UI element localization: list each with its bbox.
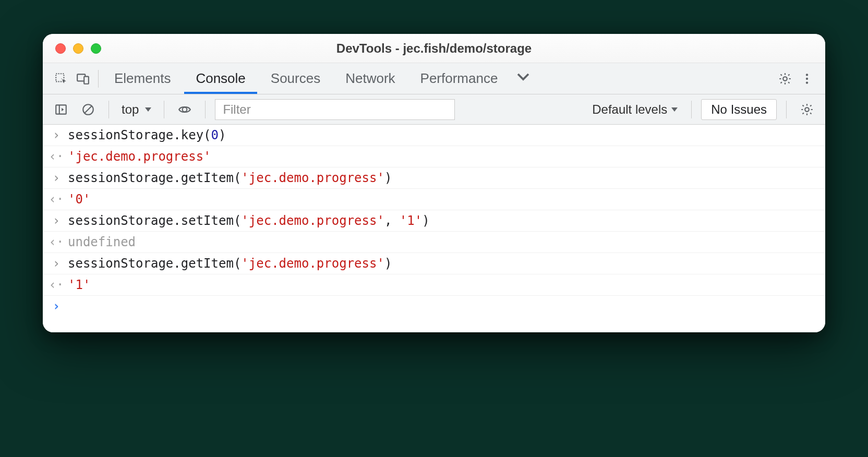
divider	[98, 70, 99, 88]
clear-console-icon[interactable]	[77, 99, 99, 121]
svg-point-4	[806, 74, 808, 76]
input-marker-icon: ›	[51, 171, 62, 185]
output-marker-icon: ‹·	[51, 278, 62, 292]
console-row: ›sessionStorage.getItem('jec.demo.progre…	[43, 167, 825, 189]
svg-point-3	[783, 77, 787, 81]
titlebar: DevTools - jec.fish/demo/storage	[43, 34, 825, 63]
svg-rect-2	[84, 76, 89, 83]
input-marker-icon: ›	[51, 128, 62, 142]
window-title: DevTools - jec.fish/demo/storage	[43, 41, 825, 56]
console-line-content[interactable]: 'jec.demo.progress'	[68, 149, 817, 164]
device-toolbar-icon[interactable]	[72, 68, 94, 90]
tab-sources[interactable]: Sources	[259, 63, 332, 94]
zoom-window-button[interactable]	[91, 43, 101, 54]
more-tabs-button[interactable]	[511, 69, 535, 88]
prompt-marker-icon: ›	[51, 299, 62, 314]
console-row: ‹·'1'	[43, 274, 825, 296]
output-marker-icon: ‹·	[51, 149, 62, 164]
output-marker-icon: ‹·	[51, 235, 62, 249]
console-line-content[interactable]: '1'	[68, 278, 817, 292]
context-selector[interactable]: top	[118, 102, 154, 117]
context-label: top	[122, 102, 139, 117]
dropdown-icon	[145, 107, 151, 112]
devtools-window: DevTools - jec.fish/demo/storage Element…	[43, 34, 825, 332]
divider	[164, 101, 164, 118]
svg-point-11	[183, 107, 187, 112]
console-line-content[interactable]: sessionStorage.getItem('jec.demo.progres…	[68, 256, 817, 271]
tab-console[interactable]: Console	[184, 63, 257, 94]
console-row: ›sessionStorage.getItem('jec.demo.progre…	[43, 253, 825, 274]
log-levels-selector[interactable]: Default levels	[588, 102, 682, 117]
console-line-content[interactable]: sessionStorage.getItem('jec.demo.progres…	[68, 171, 817, 185]
console-toolbar: top Default levels No Issues	[43, 94, 825, 125]
log-levels-label: Default levels	[592, 102, 667, 117]
console-row: ›sessionStorage.key(0)	[43, 125, 825, 146]
divider	[108, 101, 109, 118]
svg-point-12	[805, 107, 809, 112]
tab-group: Elements Console Sources Network Perform…	[103, 63, 535, 94]
minimize-window-button[interactable]	[73, 43, 83, 54]
tab-elements[interactable]: Elements	[103, 63, 182, 94]
console-row: ‹·'0'	[43, 189, 825, 210]
console-row: ›sessionStorage.setItem('jec.demo.progre…	[43, 210, 825, 232]
divider	[786, 101, 787, 118]
svg-point-6	[806, 81, 808, 83]
window-controls	[55, 43, 101, 54]
console-row: ‹·'jec.demo.progress'	[43, 146, 825, 167]
console-line-content[interactable]: sessionStorage.key(0)	[68, 128, 817, 142]
close-window-button[interactable]	[55, 43, 66, 54]
console-line-content[interactable]: undefined	[68, 235, 817, 249]
console-prompt-row[interactable]: ›	[43, 296, 825, 317]
issues-button[interactable]: No Issues	[701, 99, 777, 120]
divider	[205, 101, 206, 118]
live-expression-icon[interactable]	[174, 99, 196, 121]
svg-point-5	[806, 77, 808, 79]
toggle-sidebar-icon[interactable]	[50, 99, 72, 121]
console-settings-icon[interactable]	[796, 99, 818, 121]
kebab-menu-icon[interactable]	[796, 68, 818, 90]
main-tabs-bar: Elements Console Sources Network Perform…	[43, 63, 825, 94]
divider	[691, 101, 692, 118]
svg-line-10	[85, 106, 92, 113]
input-marker-icon: ›	[51, 256, 62, 271]
input-marker-icon: ›	[51, 213, 62, 228]
console-row: ‹·undefined	[43, 232, 825, 253]
console-line-content[interactable]: sessionStorage.setItem('jec.demo.progres…	[68, 213, 817, 228]
dropdown-icon	[671, 107, 678, 112]
tab-performance[interactable]: Performance	[409, 63, 510, 94]
console-line-content[interactable]: '0'	[68, 192, 817, 207]
tab-network[interactable]: Network	[334, 63, 406, 94]
console-output: ›sessionStorage.key(0)‹·'jec.demo.progre…	[43, 125, 825, 332]
svg-rect-7	[56, 105, 66, 114]
output-marker-icon: ‹·	[51, 192, 62, 207]
filter-input[interactable]	[215, 99, 455, 120]
inspect-element-icon[interactable]	[50, 68, 72, 90]
settings-icon[interactable]	[774, 68, 796, 90]
